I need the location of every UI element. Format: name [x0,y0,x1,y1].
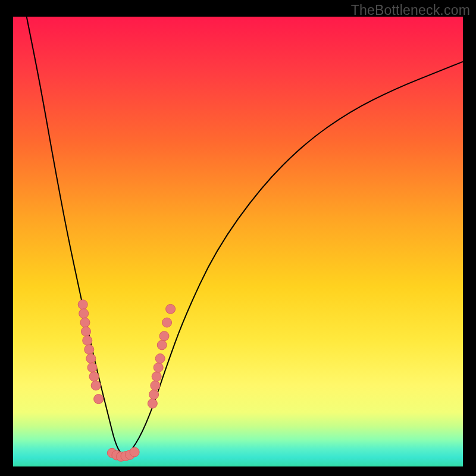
chart-frame: TheBottleneck.com [0,0,476,476]
data-dot [84,345,94,354]
data-dot [166,304,176,314]
data-dot [157,340,167,350]
data-dot [94,394,104,404]
data-dot [87,363,97,372]
data-dot [91,381,101,390]
data-dot [89,372,99,381]
data-dot [78,300,87,309]
data-dots [78,300,175,462]
data-dot [154,363,163,372]
data-dot [86,354,96,364]
data-dot [162,318,172,327]
data-dot [83,336,92,345]
attribution-text: TheBottleneck.com [351,2,470,18]
plot-area [13,17,463,466]
data-dot [80,318,90,327]
data-dot [130,447,139,457]
data-dot [81,327,90,336]
data-dot [159,331,169,341]
data-dot [149,390,159,399]
chart-svg [13,17,463,466]
data-dot [155,354,165,364]
data-dot [151,381,160,390]
data-dot [148,399,157,408]
data-dot [79,309,89,318]
data-dot [152,372,161,381]
